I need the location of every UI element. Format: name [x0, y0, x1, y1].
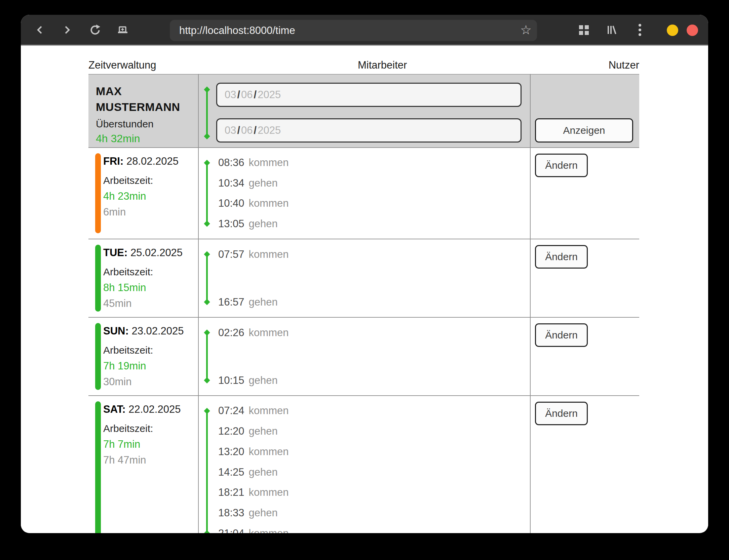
- entry-type: kommen: [249, 405, 289, 417]
- worktime-label: Arbeitszeit:: [103, 345, 198, 356]
- back-button[interactable]: [30, 19, 50, 40]
- entry-type: kommen: [249, 248, 289, 261]
- reload-button[interactable]: [85, 19, 106, 40]
- date-from-input[interactable]: 03/06/2025: [216, 83, 522, 107]
- time-entry: 07:24 kommen: [218, 401, 530, 421]
- column-divider: [530, 74, 531, 533]
- bookmark-star-icon[interactable]: ☆: [520, 24, 532, 36]
- day-title: FRI: 28.02.2025: [103, 155, 198, 167]
- weekday-label: SUN:: [103, 325, 129, 337]
- worktime-value: 4h 23min: [103, 190, 198, 202]
- day-status-bar: [95, 153, 101, 233]
- time-entry: 02:26 kommen: [218, 322, 530, 343]
- worktime-extra-value: 45min: [103, 297, 198, 310]
- reload-icon: [89, 24, 101, 36]
- entry-type: kommen: [249, 486, 289, 498]
- anzeigen-button[interactable]: Anzeigen: [535, 118, 633, 143]
- minimize-button[interactable]: [667, 25, 678, 36]
- time-entry: 10:15 gehen: [218, 370, 530, 391]
- day-timeline: [205, 254, 209, 302]
- main-nav: Zeitverwaltung Mitarbeiter Nutzer: [21, 46, 708, 73]
- day-timeline: [205, 163, 209, 224]
- entry-time: 14:25: [218, 466, 244, 478]
- entry-type: gehen: [249, 374, 278, 387]
- entry-time: 12:20: [218, 425, 244, 437]
- time-entry: 08:36 kommen: [218, 153, 530, 173]
- worktime-label: Arbeitszeit:: [103, 423, 198, 434]
- new-tab-button[interactable]: [112, 19, 133, 40]
- entry-time: 08:36: [218, 157, 244, 169]
- menu-kebab-button[interactable]: [629, 19, 650, 40]
- library-books-icon: [606, 24, 617, 36]
- day-timeline: [205, 332, 209, 381]
- employee-name: MAX MUSTERMANN: [96, 83, 183, 115]
- date-range-arrow: [205, 89, 209, 136]
- date-label: 25.02.2025: [130, 247, 183, 258]
- entry-type: gehen: [249, 218, 278, 230]
- date-separator: /: [254, 124, 257, 136]
- entry-time: 07:57: [218, 248, 244, 261]
- entry-time: 21:04: [218, 527, 244, 533]
- browser-toolbar: http://localhost:8000/time ☆: [21, 15, 708, 46]
- nav-item-nutzer[interactable]: Nutzer: [609, 59, 639, 71]
- weekday-label: FRI:: [103, 155, 123, 167]
- overtime-label: Überstunden: [96, 118, 189, 130]
- day-timeline: [205, 411, 209, 533]
- time-entry: 13:05 gehen: [218, 214, 530, 234]
- day-row: TUE: 25.02.2025 Arbeitszeit: 8h 15min 45…: [88, 239, 639, 318]
- url-text[interactable]: http://localhost:8000/time: [170, 25, 295, 37]
- aendern-button[interactable]: Ändern: [535, 323, 588, 347]
- time-entry: 12:20 gehen: [218, 421, 530, 442]
- entry-type: gehen: [249, 507, 278, 519]
- forward-button[interactable]: [56, 19, 77, 40]
- weekday-label: SAT:: [103, 403, 126, 415]
- time-entry: 16:57 gehen: [218, 292, 530, 312]
- entry-type: kommen: [249, 157, 289, 169]
- entry-time: 13:20: [218, 446, 244, 458]
- page-content: Zeitverwaltung Mitarbeiter Nutzer MAX MU…: [21, 46, 708, 532]
- worktime-label: Arbeitszeit:: [103, 266, 198, 278]
- weekday-label: TUE:: [103, 247, 127, 258]
- entry-time: 10:34: [218, 177, 244, 189]
- chevron-left-icon: [34, 24, 46, 36]
- aendern-button[interactable]: Ändern: [535, 245, 588, 269]
- time-entry: 07:57 kommen: [218, 244, 530, 265]
- day-title: TUE: 25.02.2025: [103, 247, 198, 259]
- column-divider: [198, 74, 199, 533]
- entry-type: gehen: [249, 425, 278, 437]
- worktime-extra-value: 7h 47min: [103, 454, 198, 466]
- worktime-value: 7h 7min: [103, 438, 198, 450]
- nav-item-zeitverwaltung[interactable]: Zeitverwaltung: [88, 59, 156, 71]
- time-entry: 10:40 kommen: [218, 193, 530, 214]
- url-bar[interactable]: http://localhost:8000/time ☆: [170, 20, 537, 41]
- day-rows: FRI: 28.02.2025 Arbeitszeit: 4h 23min 6m…: [88, 148, 639, 533]
- time-entries: 07:57 kommen 16:57 gehen: [218, 244, 530, 312]
- date-to-input[interactable]: 03/06/2025: [216, 118, 522, 143]
- time-entries: 02:26 kommen 10:15 gehen: [218, 322, 530, 391]
- date-separator: /: [237, 124, 240, 136]
- entry-type: kommen: [249, 446, 289, 458]
- nav-item-mitarbeiter[interactable]: Mitarbeiter: [358, 59, 407, 71]
- date-label: 23.02.2025: [131, 325, 184, 337]
- aendern-button[interactable]: Ändern: [535, 402, 588, 425]
- overtime-value: 4h 32min: [96, 132, 189, 145]
- time-entries: 07:24 kommen 12:20 gehen 13:20 kommen 14…: [218, 401, 530, 533]
- date-separator: /: [237, 89, 240, 101]
- apps-grid-icon: [579, 25, 589, 35]
- day-row: SAT: 22.02.2025 Arbeitszeit: 7h 7min 7h …: [88, 396, 639, 533]
- entry-type: kommen: [249, 197, 289, 209]
- date-label: 28.02.2025: [126, 155, 179, 167]
- time-entries: 08:36 kommen 10:34 gehen 10:40 kommen 13…: [218, 153, 530, 234]
- worktime-extra-value: 6min: [103, 206, 198, 218]
- day-status-bar: [95, 323, 101, 390]
- entry-type: gehen: [249, 177, 278, 189]
- library-button[interactable]: [601, 19, 622, 40]
- entry-time: 18:21: [218, 486, 244, 498]
- day-status-bar: [95, 245, 101, 312]
- apps-grid-button[interactable]: [573, 19, 594, 40]
- day-row: SUN: 23.02.2025 Arbeitszeit: 7h 19min 30…: [88, 318, 639, 396]
- time-entry: 21:04 kommen: [218, 523, 530, 533]
- aendern-button[interactable]: Ändern: [535, 154, 588, 177]
- entry-time: 18:33: [218, 507, 244, 519]
- close-button[interactable]: [687, 25, 698, 36]
